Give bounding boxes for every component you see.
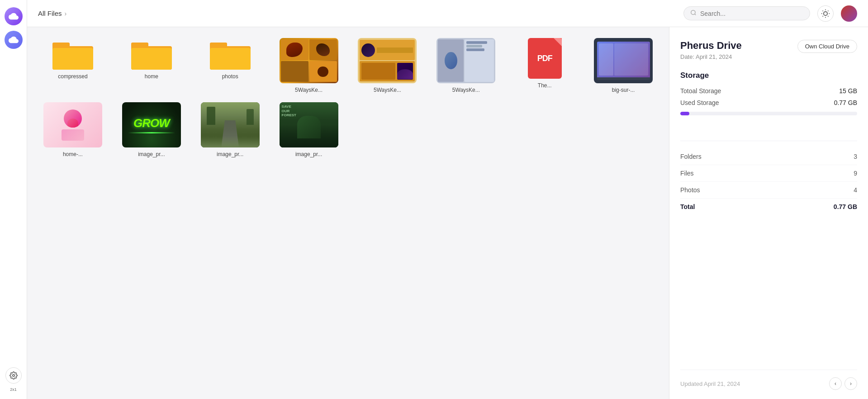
svg-line-11 <box>828 10 828 11</box>
breadcrumb-arrow: › <box>65 10 67 17</box>
files-label: Files <box>680 170 694 177</box>
settings-button[interactable] <box>5 367 22 384</box>
files-count: 9 <box>854 170 857 177</box>
panel-header: Pherus Drive Date: April 21, 2024 Own Cl… <box>680 40 857 60</box>
file-item-photos[interactable]: photos <box>195 38 265 93</box>
panel-title: Pherus Drive <box>680 40 742 52</box>
svg-line-7 <box>828 16 828 16</box>
folders-count: 3 <box>854 153 857 160</box>
own-cloud-button[interactable]: Own Cloud Drive <box>797 40 857 53</box>
total-storage-row: Totoal Storage 15 GB <box>680 87 857 95</box>
file-item-compressed[interactable]: compressed <box>38 38 108 93</box>
photos-label: Photos <box>680 186 700 194</box>
files-stat-row: Files 9 <box>680 165 857 182</box>
sidebar-icon-primary[interactable] <box>5 7 23 25</box>
file-label: image_pr... <box>138 151 165 157</box>
svg-rect-20 <box>210 48 251 70</box>
svg-rect-14 <box>52 48 93 70</box>
breadcrumb-text: All Files <box>38 10 62 17</box>
file-item-5ways1[interactable]: 5WaysKe... <box>274 38 344 93</box>
info-panel: Pherus Drive Date: April 21, 2024 Own Cl… <box>669 27 868 399</box>
file-label: compressed <box>58 73 87 80</box>
folders-label: Folders <box>680 153 702 160</box>
used-storage-row: Used Storage 0.77 GB <box>680 99 857 106</box>
panel-footer: Updated April 21, 2024 ‹ › <box>680 370 857 390</box>
main-area: All Files › <box>27 0 868 399</box>
files-grid: compressed home <box>38 38 658 157</box>
photos-stat-row: Photos 4 <box>680 182 857 199</box>
nav-prev-button[interactable]: ‹ <box>829 377 842 390</box>
total-value: 0.77 GB <box>834 203 857 210</box>
panel-title-group: Pherus Drive Date: April 21, 2024 <box>680 40 742 60</box>
file-label: photos <box>222 73 238 80</box>
content-area: compressed home <box>27 27 868 399</box>
svg-point-1 <box>691 10 695 14</box>
search-icon <box>690 10 697 17</box>
divider <box>680 141 857 141</box>
file-label: 5WaysKe... <box>295 87 323 93</box>
file-label: home-... <box>63 151 83 157</box>
storage-bar-container <box>680 112 857 115</box>
avatar[interactable] <box>841 5 857 22</box>
file-item-pdf[interactable]: PDF The... <box>510 38 579 93</box>
file-item-image-pr3[interactable]: SAVEOURFOREST image_pr... <box>274 102 344 157</box>
used-storage-label: Used Storage <box>680 99 719 106</box>
total-storage-label: Totoal Storage <box>680 87 721 95</box>
file-label: big-sur-... <box>612 87 635 93</box>
svg-point-0 <box>12 375 14 377</box>
file-label: image_pr... <box>295 151 322 157</box>
used-storage-value: 0.77 GB <box>834 99 857 106</box>
file-label: 5WaysKe... <box>374 87 401 93</box>
theme-toggle-button[interactable] <box>817 5 834 22</box>
total-stat-row: Total 0.77 GB <box>680 199 857 215</box>
zoom-badge: 2x1 <box>10 387 17 392</box>
files-section: compressed home <box>27 27 669 399</box>
file-item-5ways3[interactable]: 5WaysKe... <box>431 38 501 93</box>
folders-stat-row: Folders 3 <box>680 148 857 165</box>
search-bar[interactable] <box>683 6 810 20</box>
file-item-home-portrait[interactable]: home-... <box>38 102 108 157</box>
nav-next-button[interactable]: › <box>844 377 857 390</box>
svg-rect-17 <box>131 48 172 70</box>
svg-line-2 <box>695 14 696 15</box>
storage-heading: Storage <box>680 71 857 80</box>
updated-text: Updated April 21, 2024 <box>680 380 740 387</box>
panel-date: Date: April 21, 2024 <box>680 53 742 60</box>
search-input[interactable] <box>700 10 803 17</box>
header: All Files › <box>27 0 868 27</box>
storage-bar-fill <box>680 112 689 115</box>
file-label: image_pr... <box>217 151 243 157</box>
file-label: home <box>145 73 158 80</box>
file-item-image-pr1[interactable]: GROW image_pr... <box>117 102 186 157</box>
total-storage-value: 15 GB <box>839 87 857 95</box>
header-right <box>683 5 857 22</box>
total-label: Total <box>680 203 695 210</box>
file-item-5ways2[interactable]: 5WaysKe... <box>353 38 422 93</box>
file-label: The... <box>538 82 552 89</box>
file-item-home[interactable]: home <box>117 38 186 93</box>
file-label: 5WaysKe... <box>452 87 480 93</box>
file-item-image-pr2[interactable]: image_pr... <box>195 102 265 157</box>
file-item-big-sur[interactable]: big-sur-... <box>588 38 658 93</box>
breadcrumb: All Files › <box>38 10 66 17</box>
sidebar: 2x1 <box>0 0 27 399</box>
photos-count: 4 <box>854 186 857 194</box>
svg-line-6 <box>823 10 823 11</box>
svg-point-3 <box>824 11 827 15</box>
svg-line-10 <box>823 16 823 16</box>
sidebar-icon-secondary[interactable] <box>5 31 23 49</box>
storage-section: Storage Totoal Storage 15 GB Used Storag… <box>680 71 857 124</box>
nav-arrows: ‹ › <box>829 377 857 390</box>
